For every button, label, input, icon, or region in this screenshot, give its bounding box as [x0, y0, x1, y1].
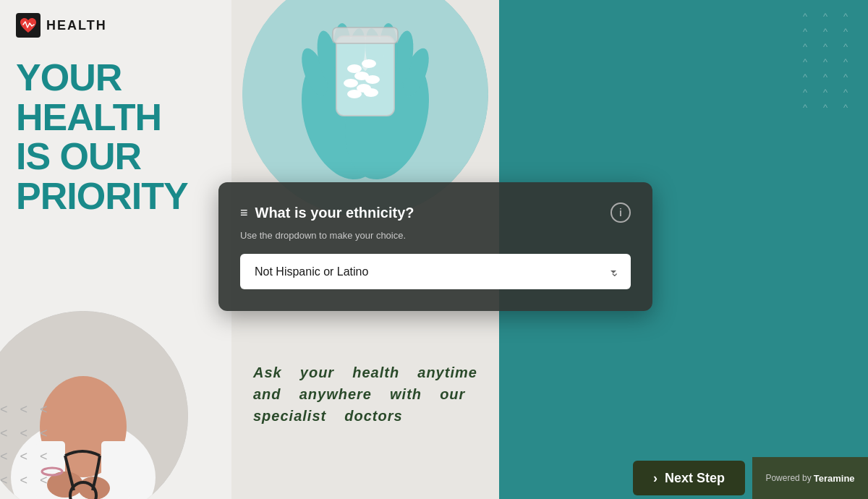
- ethnicity-select[interactable]: Not Hispanic or Latino Hispanic or Latin…: [240, 254, 631, 289]
- chevron-pattern: ^ ^ ^ ^ ^ ^ ^ ^ ^ ^ ^ ^ ^ ^ ^ ^ ^ ^ ^ ^ …: [790, 4, 861, 120]
- svg-point-29: [347, 90, 362, 98]
- powered-by-brand: Teramine: [814, 473, 855, 484]
- modal-header: ≡ What is your ethnicity? i: [240, 202, 631, 223]
- next-step-button[interactable]: › Next Step: [633, 461, 745, 495]
- headline-line1: YOUR: [16, 58, 188, 98]
- heartbeat-icon: [16, 13, 41, 38]
- svg-point-26: [344, 79, 358, 88]
- svg-rect-22: [333, 27, 398, 43]
- list-icon: ≡: [240, 205, 248, 221]
- logo: HEALTH: [16, 13, 107, 38]
- ethnicity-select-wrapper: Not Hispanic or Latino Hispanic or Latin…: [240, 254, 631, 289]
- bottom-bar: › Next Step Powered by Teramine: [0, 457, 868, 499]
- powered-by: Powered by Teramine: [752, 457, 868, 499]
- next-step-label: Next Step: [665, 471, 725, 486]
- headline-line2: HEALTH: [16, 98, 188, 137]
- svg-point-27: [365, 75, 380, 84]
- modal-title-group: ≡ What is your ethnicity?: [240, 205, 414, 221]
- powered-by-prefix: Powered by: [765, 473, 811, 483]
- logo-text: HEALTH: [46, 18, 107, 33]
- left-panel: HEALTH YOUR HEALTH IS OUR PRIORITY + + +…: [0, 0, 231, 499]
- headline-line4: PRIORITY: [16, 176, 188, 216]
- svg-point-23: [347, 64, 362, 73]
- ethnicity-modal: ≡ What is your ethnicity? i Use the drop…: [218, 182, 652, 311]
- modal-subtitle: Use the dropdown to make your choice.: [240, 230, 631, 241]
- headline-line3: IS OUR: [16, 137, 188, 176]
- specialist-text: Ask your health anytime and anywhere wit…: [253, 362, 477, 427]
- svg-point-24: [362, 59, 376, 68]
- modal-title: What is your ethnicity?: [255, 205, 414, 221]
- info-icon[interactable]: i: [610, 202, 631, 223]
- next-arrow: ›: [653, 471, 658, 486]
- headline: YOUR HEALTH IS OUR PRIORITY: [16, 58, 188, 216]
- svg-point-30: [364, 88, 378, 97]
